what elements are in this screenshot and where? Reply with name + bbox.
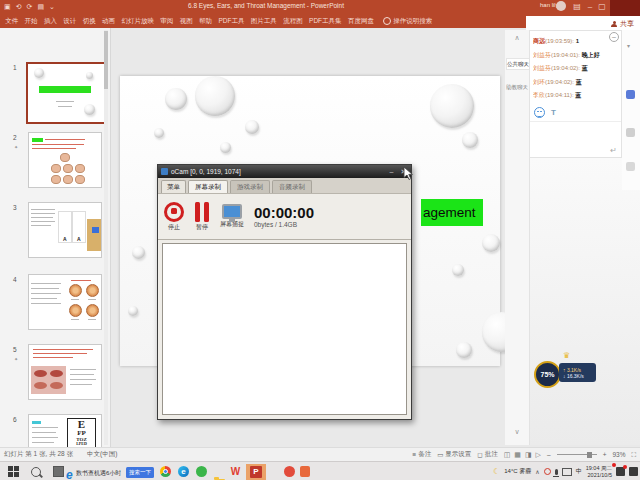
droplet xyxy=(245,120,259,134)
slide-thumbnail-4[interactable] xyxy=(28,274,102,330)
ime-indicator[interactable]: 中 xyxy=(576,467,582,476)
ocam-tab-audio-record[interactable]: 音频录制 xyxy=(272,180,312,193)
zoom-slider-knob[interactable] xyxy=(587,452,592,458)
tab-insert[interactable]: 插入 xyxy=(41,14,60,28)
pause-button[interactable]: 暂停 xyxy=(194,202,210,232)
browser-window-label[interactable]: 数书查机遇6小时 xyxy=(76,469,121,478)
share-button[interactable]: 共享 xyxy=(526,16,640,31)
tab-view[interactable]: 视图 xyxy=(177,14,196,28)
reading-view-icon[interactable]: ◨ xyxy=(525,451,532,459)
zoom-percent[interactable]: 93% xyxy=(612,451,625,458)
slide-thumbnail-6[interactable]: E FP TOZ LPED xyxy=(28,414,102,447)
screen: ▣ ⟲ ⟳ ▤ ⌄ 6.8 Eyes, Ears, and Throat Man… xyxy=(0,0,640,480)
orange-app-icon[interactable] xyxy=(300,466,310,477)
stop-button[interactable]: 停止 xyxy=(164,202,184,232)
screen-capture-button[interactable]: 屏幕捕捉 xyxy=(220,204,244,229)
zoom-slider[interactable] xyxy=(557,454,597,455)
normal-view-icon[interactable]: ◫ xyxy=(504,451,511,459)
slide-thumbnail-3[interactable]: A A xyxy=(28,202,102,258)
tab-help[interactable]: 帮助 xyxy=(196,14,215,28)
search-icon[interactable] xyxy=(31,466,42,477)
clock[interactable]: 19:04 周二 2021/10/5 xyxy=(586,465,612,478)
chrome-icon[interactable] xyxy=(160,466,171,477)
thumbnail-scrollbar-thumb[interactable] xyxy=(104,31,108,89)
comment-icon: ◻ xyxy=(477,451,482,459)
chat-tab-public[interactable]: 公共聊天 xyxy=(506,58,529,70)
notification-center-icon[interactable] xyxy=(629,467,638,476)
weather-text[interactable]: 14°C 雾霾 xyxy=(504,467,531,476)
tab-home[interactable]: 开始 xyxy=(21,14,40,28)
save-icon[interactable]: ▣ xyxy=(4,1,11,13)
zoom-in-button[interactable]: + xyxy=(603,451,607,458)
ocam-tab-game-record[interactable]: 游戏录制 xyxy=(230,180,270,193)
tell-me-search[interactable]: 操作说明搜索 xyxy=(377,17,432,26)
slide-number: 5 xyxy=(13,346,17,353)
tab-design[interactable]: 设计 xyxy=(60,14,79,28)
sidebar-icon[interactable] xyxy=(626,162,635,171)
network-speed-pill[interactable]: ↑ 3.1K/s ↓ 16.3K/s xyxy=(559,363,596,382)
notes-button[interactable]: ≡备注 xyxy=(412,450,431,459)
green-app-icon[interactable] xyxy=(196,466,207,477)
scroll-down-icon[interactable]: ∨ xyxy=(505,428,529,436)
emoji-icon[interactable] xyxy=(534,107,545,118)
slide-thumbnail-2[interactable] xyxy=(28,132,102,188)
tab-transitions[interactable]: 切换 xyxy=(80,14,99,28)
droplet xyxy=(132,246,145,259)
performance-circle[interactable]: 75% xyxy=(534,361,561,388)
text-format-icon[interactable]: T xyxy=(551,108,556,118)
crown-icon: ♛ xyxy=(563,352,570,360)
search-bar-button[interactable]: 搜索一下 xyxy=(126,467,154,478)
tab-baidu-netdisk[interactable]: 百度网盘 xyxy=(345,14,377,28)
tab-pdf-toolset[interactable]: PDF工具集 xyxy=(306,14,345,28)
tab-pdf-tools[interactable]: PDF工具 xyxy=(215,14,247,28)
droplet xyxy=(154,128,164,138)
tray-expand-icon[interactable]: ∧ xyxy=(535,468,539,475)
tab-slideshow[interactable]: 幻灯片放映 xyxy=(118,14,157,28)
tab-picture-tools[interactable]: 图片工具 xyxy=(248,14,280,28)
edge-icon[interactable]: e xyxy=(178,466,189,477)
display-tray-icon[interactable] xyxy=(562,468,572,476)
tab-animations[interactable]: 动画 xyxy=(99,14,118,28)
ocam-tab-screen-record[interactable]: 屏幕录制 xyxy=(188,180,228,193)
app-tray-icon[interactable] xyxy=(616,467,625,476)
recording-tray-icon[interactable] xyxy=(544,468,551,475)
recording-filesize: 0bytes / 1.4GB xyxy=(254,221,314,228)
dropdown-chevron-icon[interactable]: ▾ xyxy=(627,42,630,49)
slideshow-icon[interactable]: ▤ xyxy=(37,1,44,13)
avatar[interactable] xyxy=(556,1,566,11)
task-view-icon[interactable] xyxy=(53,466,64,477)
microphone-icon[interactable] xyxy=(555,469,558,475)
ribbon-display-options-icon[interactable]: ▤ xyxy=(570,0,584,13)
start-button[interactable] xyxy=(8,466,19,477)
sidebar-icon[interactable] xyxy=(626,128,635,137)
thumbnail-scrollbar[interactable] xyxy=(104,30,108,445)
ocam-minimize-button[interactable]: – xyxy=(387,168,396,175)
slide-sorter-icon[interactable]: ▦ xyxy=(514,451,521,459)
display-settings-button[interactable]: ▭显示设置 xyxy=(437,450,471,459)
slide-thumbnail-1[interactable] xyxy=(26,62,106,124)
fit-window-icon[interactable]: ⛶ xyxy=(631,451,636,459)
comments-button[interactable]: ◻批注 xyxy=(477,450,497,459)
wps-icon[interactable]: W xyxy=(230,466,241,477)
ocam-titlebar[interactable]: oCam [0, 0, 1919, 1074] – ✕ xyxy=(158,165,411,178)
slideshow-view-icon[interactable]: ▷ xyxy=(536,451,541,459)
language-indicator[interactable]: 中文(中国) xyxy=(87,450,117,459)
chat-input[interactable]: ↵ xyxy=(530,121,621,157)
tab-review[interactable]: 审阅 xyxy=(157,14,176,28)
redo-icon[interactable]: ⟳ xyxy=(27,1,33,13)
tab-flowchart[interactable]: 流程图 xyxy=(280,14,306,28)
ocam-menu-button[interactable]: 菜单 xyxy=(161,180,186,193)
scroll-up-icon[interactable]: ∧ xyxy=(505,34,529,42)
powerpoint-titlebar: ▣ ⟲ ⟳ ▤ ⌄ 6.8 Eyes, Ears, and Throat Man… xyxy=(0,0,610,28)
slide-thumbnail-5[interactable] xyxy=(28,344,102,400)
send-enter-icon[interactable]: ↵ xyxy=(610,146,617,155)
zoom-out-button[interactable]: – xyxy=(547,451,551,458)
customize-qat-icon[interactable]: ⌄ xyxy=(49,1,55,13)
ocam-tab-strip: 菜单 屏幕录制 游戏录制 音频录制 xyxy=(158,178,411,194)
undo-icon[interactable]: ⟲ xyxy=(16,1,22,13)
powerpoint-taskbar-icon[interactable]: P xyxy=(246,464,266,480)
red-app-icon[interactable] xyxy=(284,466,295,477)
tab-file[interactable]: 文件 xyxy=(2,14,21,28)
chat-tab-assistant[interactable]: 助教聊天 xyxy=(506,82,528,92)
sidebar-icon[interactable] xyxy=(626,90,635,99)
